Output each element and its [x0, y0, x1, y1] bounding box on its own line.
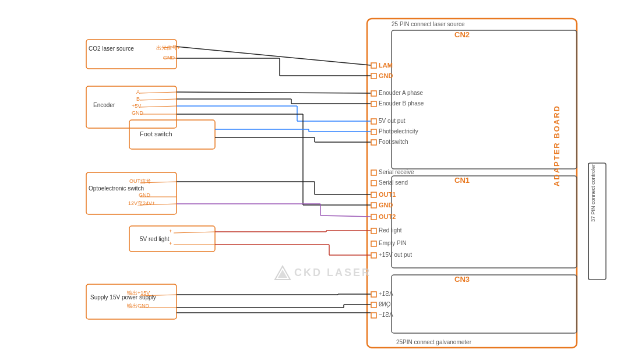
svg-rect-21: [371, 203, 376, 208]
svg-line-33: [177, 92, 371, 93]
encoder-gnd: GND: [132, 110, 143, 116]
red-light-pin2: +: [169, 241, 172, 246]
encoder-b: B: [136, 96, 140, 102]
pin-15vout: +15V out put: [379, 252, 412, 258]
encoder-a: A: [136, 89, 140, 95]
pin-gnd2: GND: [379, 202, 393, 208]
red-light-label: 5V red light: [140, 236, 170, 242]
svg-rect-3: [392, 275, 577, 333]
pin-empty: Empty PIN: [379, 240, 407, 246]
cn1-desc-label: 37 PIN connect controler: [590, 164, 605, 222]
svg-rect-25: [371, 253, 376, 258]
svg-rect-22: [371, 214, 376, 220]
encoder-5v: +5V: [132, 103, 141, 109]
pin-serial-tx: Serial send: [379, 179, 408, 186]
cn2-title: CN2: [454, 30, 470, 39]
diagram-container: 25 PIN connect laser source CN2 CN1 CN3 …: [0, 0, 617, 364]
cn3-bottom-label: 25PIN connect galvanometer: [396, 339, 471, 345]
pin-serial-rx: Serial receive: [379, 169, 414, 175]
pin-a15v-neg: ΛS1−: [379, 312, 393, 318]
svg-line-54: [320, 215, 371, 217]
svg-rect-16: [371, 129, 376, 135]
svg-line-69: [140, 92, 177, 93]
opto-out: OUT信号: [129, 178, 151, 185]
svg-rect-26: [371, 292, 376, 297]
co2-chinese2: GND: [163, 55, 175, 61]
power-out-gnd: 输出GND: [127, 302, 149, 310]
svg-rect-27: [371, 302, 376, 308]
pin-photo: Photoelectricity: [379, 128, 418, 135]
brand-logo: CKD LASER: [294, 267, 371, 279]
pin-a15v-pos: ΛS1+: [379, 291, 393, 297]
svg-rect-18: [371, 170, 376, 175]
svg-rect-11: [371, 63, 376, 68]
svg-line-70: [140, 99, 177, 100]
pin-encoder-b: Enouder B phase: [379, 100, 424, 107]
svg-rect-28: [371, 313, 376, 318]
foot-switch-label: Foot switch: [140, 130, 172, 137]
svg-rect-19: [371, 181, 376, 186]
pin-lam: LAM: [379, 62, 393, 69]
pin-encoder-a: Enouder A phase: [379, 90, 423, 96]
pin-out2: OUT2: [379, 213, 396, 220]
encoder-label: Encoder: [93, 102, 115, 108]
co2-laser-label: CO2 laser source: [89, 45, 134, 52]
cn2-top-label: 25 PIN connect laser source: [392, 21, 465, 27]
svg-rect-17: [371, 140, 376, 145]
svg-line-80: [174, 232, 215, 233]
cn1-title: CN1: [454, 176, 470, 185]
svg-line-29: [177, 47, 371, 65]
svg-rect-12: [371, 73, 376, 79]
svg-rect-20: [371, 192, 376, 197]
pin-5vout: 5V out put: [379, 118, 406, 124]
svg-rect-23: [371, 228, 376, 234]
power-out-15v: 输出+15V: [127, 289, 150, 297]
cn3-title: CN3: [454, 275, 470, 284]
pin-redlight: Red light: [379, 227, 401, 234]
red-light-pin1: +: [169, 228, 172, 234]
pin-gnd3: QN9: [379, 301, 391, 308]
adapter-board-label: ADAPTER BOARD: [552, 105, 561, 186]
opto-label: Optoelectronic switch: [89, 185, 144, 192]
svg-rect-2: [392, 176, 577, 268]
pin-gnd1: GND: [379, 72, 393, 79]
opto-gnd: GND: [139, 192, 150, 198]
pin-footsw: Foot switch: [379, 139, 408, 145]
pin-out1: OUT1: [379, 191, 396, 198]
svg-rect-14: [371, 101, 376, 107]
brand-icon: [273, 265, 293, 282]
svg-rect-1: [392, 30, 577, 169]
svg-rect-13: [371, 91, 376, 96]
co2-chinese1: 出光信号+: [156, 44, 180, 52]
svg-rect-15: [371, 119, 376, 124]
opto-12v: 12V至24V+: [128, 200, 155, 207]
wiring-diagram: [0, 0, 617, 364]
svg-rect-24: [371, 241, 376, 246]
svg-line-71: [140, 106, 177, 107]
